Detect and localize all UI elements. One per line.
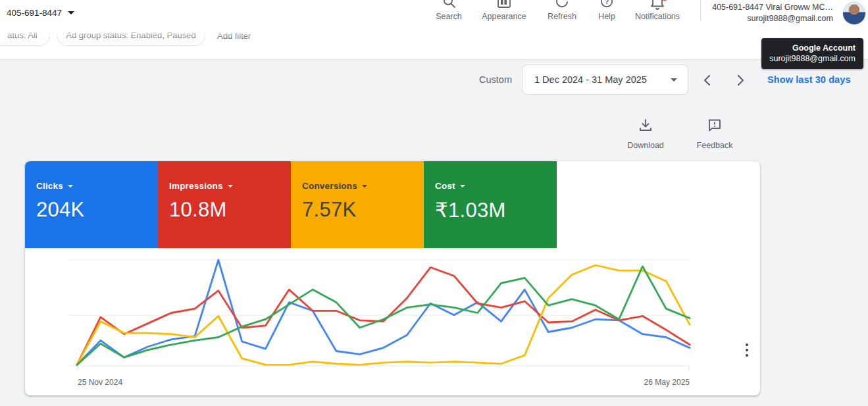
feedback-icon [707,119,722,135]
tooltip-email: surojit9888@gmail.com [769,53,855,64]
scorecard-cost-label: Cost [435,181,455,191]
help-icon: ? [598,0,615,11]
scorecard-clicks-value: 204K [36,198,158,222]
account-switcher[interactable]: 405-691-8447 [7,8,74,18]
filter-chip-ad-group-status[interactable]: Ad group status: Enabled, Paused [57,30,205,46]
appearance-icon [496,0,513,11]
google-ads-dashboard: 405-691-8447 Search Appearance Refresh ? [0,0,868,406]
scorecard-row: Clicks 204K Impressions 10.8M Conversion… [25,161,557,248]
chevron-down-icon [68,185,73,188]
add-filter-button[interactable]: Add filter [217,31,251,41]
profile-info: 405-691-8447 Viral Groww MC… surojit9888… [651,2,833,24]
chevron-down-icon [228,185,233,188]
top-app-bar: 405-691-8447 Search Appearance Refresh ? [0,0,868,59]
feedback-button[interactable]: Feedback [684,119,745,150]
svg-text:?: ? [605,0,609,5]
download-icon [638,119,653,135]
chevron-down-icon [671,78,677,82]
header-bottom-rule [0,59,868,60]
scorecard-cost[interactable]: Cost ₹1.03M [424,161,557,248]
date-range-picker[interactable]: 1 Dec 2024 - 31 May 2025 [522,64,688,95]
filter-chip-status[interactable]: atus: All [0,30,50,46]
nav-search-label: Search [436,12,462,21]
chevron-down-icon [362,185,367,188]
x-axis-start-label: 25 Nov 2024 [78,378,122,387]
scorecard-impressions[interactable]: Impressions 10.8M [158,161,291,248]
search-icon [440,0,457,11]
refresh-icon [553,0,571,11]
scorecard-cost-value: ₹1.03M [435,198,557,222]
chevron-down-icon [460,185,465,188]
series-clicks [77,260,690,365]
date-mode-label: Custom [479,74,512,85]
scorecard-clicks[interactable]: Clicks 204K [25,161,158,248]
avatar[interactable] [842,1,866,25]
show-last-30-days-link[interactable]: Show last 30 days [767,74,851,85]
feedback-label: Feedback [697,141,733,150]
scorecard-conversions-label: Conversions [302,181,357,191]
scorecard-conversions[interactable]: Conversions 7.57K [291,161,424,248]
filter-chip-status-label: atus: All [7,30,38,40]
nav-help-label: Help [598,12,615,21]
download-label: Download [627,141,664,150]
card-overflow-menu[interactable] [741,342,753,359]
date-range-value: 1 Dec 2024 - 31 May 2025 [534,74,671,85]
scorecard-impressions-value: 10.8M [169,198,291,222]
next-period-button[interactable] [731,70,751,90]
tooltip-title: Google Account [769,43,855,53]
series-cost [77,266,690,365]
scorecard-conversions-value: 7.57K [302,198,424,222]
performance-card: Clicks 204K Impressions 10.8M Conversion… [25,161,760,395]
filter-chip-ad-group-label: Ad group status: Enabled, Paused [66,30,195,40]
google-account-tooltip: Google Account surojit9888@gmail.com [761,38,863,69]
scorecard-impressions-label: Impressions [169,181,223,191]
chevron-down-icon [68,11,74,14]
account-id-label: 405-691-8447 [7,8,62,18]
performance-line-chart [69,255,691,372]
series-impressions [77,267,690,365]
previous-period-button[interactable] [697,70,717,90]
nav-appearance-label: Appearance [482,12,526,21]
scorecard-clicks-label: Clicks [36,181,63,191]
download-button[interactable]: Download [615,119,676,150]
filter-chip-strip: atus: All Ad group status: Enabled, Paus… [0,30,868,47]
profile-email: surojit9888@gmail.com [651,13,833,24]
x-axis-end-label: 26 May 2025 [591,378,690,387]
profile-account-name: 405-691-8447 Viral Groww MC… [651,2,833,13]
